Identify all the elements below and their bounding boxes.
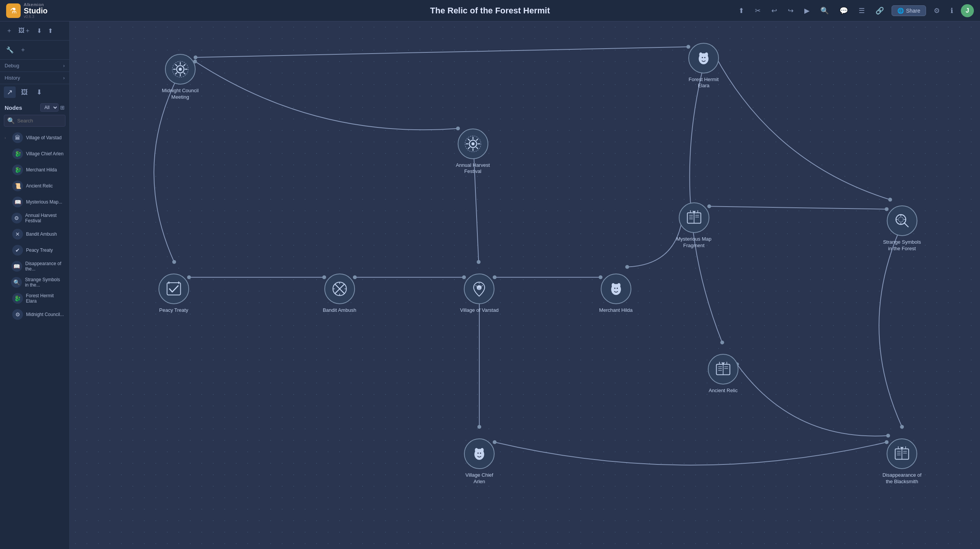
sidebar-item-merchant-hilda[interactable]: 🐉 Merchant Hilda — [0, 162, 69, 178]
node-icon: 📜 — [12, 181, 23, 191]
svg-line-37 — [175, 64, 176, 65]
cut-button[interactable]: ✂ — [752, 5, 764, 16]
widget-button[interactable]: 🔧 — [5, 45, 15, 55]
search-button[interactable]: 🔍 — [817, 5, 832, 16]
link-button[interactable]: 🔗 — [872, 5, 887, 16]
logo-area: ⚗ Alkemion Studio v0.6.3 — [6, 2, 75, 19]
connection-midnight-council-meeting-annual-harvest-festival — [195, 62, 458, 130]
graph-node-village-of-varstad[interactable]: Village of Varstad — [460, 274, 499, 314]
svg-point-3 — [172, 260, 176, 264]
search-icon: 🔍 — [7, 117, 15, 124]
redo-button[interactable]: ↪ — [785, 5, 797, 16]
node-label-strange-symbols: Strange Symbolsin the Forest — [883, 239, 921, 252]
nodes-filter-select[interactable]: All — [40, 103, 59, 112]
debug-label: Debug — [5, 63, 19, 68]
node-icon: ⚙ — [11, 213, 22, 223]
node-name: Bandit Ambush — [26, 231, 57, 237]
import-button[interactable]: ⬇ — [35, 26, 43, 36]
svg-line-67 — [904, 223, 908, 227]
undo-button[interactable]: ↩ — [768, 5, 780, 16]
graph-node-strange-symbols[interactable]: Strange Symbolsin the Forest — [883, 205, 921, 252]
upload-button[interactable]: ⬆ — [735, 5, 747, 16]
sidebar-item-village-chief-arlen[interactable]: 🐉 Village Chief Arlen — [0, 146, 69, 162]
node-label-midnight-council-meeting: Midnight CouncilMeeting — [162, 88, 199, 101]
share-label: Share — [906, 8, 920, 14]
connection-merchant-hilda-mysterious-map-fragment — [627, 217, 683, 267]
add-widget-button[interactable]: ＋ — [18, 44, 28, 55]
graph-node-peacy-treaty[interactable]: Peacy Treaty — [158, 274, 189, 314]
sidebar-toolbar: ＋ 🖼＋ ⬇ ⬆ — [0, 21, 69, 41]
search-input[interactable] — [17, 118, 62, 124]
svg-point-45 — [704, 57, 706, 58]
node-icon: 🐉 — [12, 148, 23, 159]
svg-point-85 — [477, 285, 482, 290]
add-image-button[interactable]: 🖼＋ — [17, 25, 32, 36]
sidebar-item-annual-harvest-festival[interactable]: ⚙ Annual Harvest Festival — [0, 210, 69, 226]
info-button[interactable]: ℹ — [947, 5, 956, 16]
tab-image[interactable]: 🖼 — [18, 86, 31, 98]
node-label-bandit-ambush: Bandit Ambush — [323, 307, 356, 314]
node-circle-village-of-varstad — [464, 274, 495, 304]
sidebar-item-forest-hermit-elara[interactable]: 🐉 Forest Hermit Elara — [0, 290, 69, 306]
graph-node-annual-harvest-festival[interactable]: Annual HarvestFestival — [456, 129, 490, 175]
tab-download[interactable]: ⬇ — [33, 86, 45, 98]
svg-line-39 — [184, 64, 185, 65]
graph-node-forest-hermit-elara[interactable]: Forest HermitElara — [688, 43, 719, 90]
svg-point-23 — [900, 425, 904, 429]
svg-point-9 — [477, 260, 480, 264]
history-header[interactable]: History › — [0, 72, 69, 84]
svg-point-27 — [886, 434, 890, 438]
expand-arrow: › — [5, 136, 9, 140]
svg-line-49 — [476, 147, 477, 148]
sidebar-item-bandit-ambush[interactable]: ✕ Bandit Ambush — [0, 226, 69, 242]
sidebar-item-village-of-varstad[interactable]: › 🏛 Village of Varstad — [0, 130, 69, 146]
top-bar: ⚗ Alkemion Studio v0.6.3 The Relic of th… — [0, 0, 980, 21]
tab-share[interactable]: ↗ — [4, 86, 16, 98]
connection-ancient-relic-disappearance — [737, 364, 888, 436]
sidebar-item-midnight-council[interactable]: ⚙ Midnight Council... — [0, 306, 69, 323]
node-icon: ⚙ — [12, 309, 23, 320]
connection-mysterious-map-fragment-strange-symbols — [709, 206, 887, 209]
node-name: Peacy Treaty — [26, 248, 53, 253]
graph-node-disappearance[interactable]: Disappearance ofthe Blacksmith — [882, 438, 921, 485]
sidebar-item-ancient-relic[interactable]: 📜 Ancient Relic — [0, 178, 69, 194]
node-name: Ancient Relic — [26, 183, 53, 189]
sidebar-item-peacy-treaty[interactable]: ✔ Peacy Treaty — [0, 242, 69, 258]
sidebar-item-mysterious-map[interactable]: 📖 Mysterious Map... — [0, 194, 69, 210]
history-label: History — [5, 75, 20, 81]
nodes-header: Nodes All ⊞ — [0, 100, 69, 113]
graph-node-merchant-hilda[interactable]: Merchant Hilda — [599, 274, 632, 314]
debug-header[interactable]: Debug › — [0, 60, 69, 72]
graph-node-bandit-ambush[interactable]: Bandit Ambush — [323, 274, 356, 314]
play-button[interactable]: ▶ — [801, 5, 813, 16]
nodes-filter-icon-btn[interactable]: ⊞ — [60, 104, 65, 111]
sidebar-item-disappearance-of-the[interactable]: 📖 Disappearance of the... — [0, 258, 69, 274]
graph-node-ancient-relic[interactable]: Ancient Relic — [708, 354, 738, 394]
node-circle-forest-hermit-elara — [688, 43, 719, 73]
node-circle-bandit-ambush — [324, 274, 355, 304]
svg-line-78 — [340, 284, 345, 289]
add-node-button[interactable]: ＋ — [5, 25, 14, 36]
node-circle-village-chief-arlen — [464, 438, 495, 469]
svg-point-93 — [614, 288, 615, 289]
list-button[interactable]: ☰ — [856, 5, 868, 16]
sidebar-item-strange-symbols-in-the[interactable]: 🔍 Strange Symbols in the... — [0, 274, 69, 290]
export-button[interactable]: ⬆ — [46, 26, 54, 36]
app-logo-icon: ⚗ — [6, 3, 21, 18]
node-name: Merchant Hilda — [26, 167, 57, 173]
graph-node-village-chief-arlen[interactable]: Village ChiefArlen — [464, 438, 495, 485]
svg-line-77 — [335, 284, 340, 289]
node-icon: ✕ — [12, 229, 23, 239]
svg-line-33 — [184, 73, 185, 74]
graph-node-midnight-council-meeting[interactable]: Midnight CouncilMeeting — [162, 54, 199, 101]
user-avatar[interactable]: J — [961, 4, 974, 17]
node-name: Disappearance of the... — [25, 261, 65, 272]
node-label-annual-harvest-festival: Annual HarvestFestival — [456, 162, 490, 175]
share-button[interactable]: 🌐 Share — [892, 5, 926, 16]
graph-node-mysterious-map-fragment[interactable]: Mysterious MapFragment — [676, 202, 712, 249]
canvas-area[interactable]: Midnight CouncilMeeting Forest HermitEla… — [70, 21, 980, 549]
svg-point-94 — [616, 288, 617, 289]
chat-button[interactable]: 💬 — [836, 5, 851, 16]
logo-studio: Studio — [24, 7, 47, 15]
settings-button[interactable]: ⚙ — [931, 5, 943, 16]
